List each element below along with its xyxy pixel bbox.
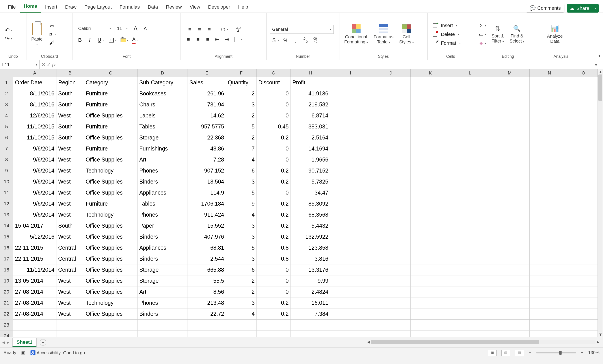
cell[interactable]: 9/6/2014: [13, 198, 57, 209]
autosum-button[interactable]: ▾: [477, 22, 487, 29]
formula-input[interactable]: [57, 60, 593, 69]
row-header-9[interactable]: 9: [0, 165, 13, 176]
cell[interactable]: 2: [226, 88, 257, 99]
cell[interactable]: 15.552: [188, 220, 226, 231]
cell[interactable]: [530, 176, 569, 187]
cell[interactable]: [450, 198, 490, 209]
number-format-select[interactable]: General▾: [270, 25, 334, 34]
cell[interactable]: 1.9656: [291, 154, 330, 165]
cell[interactable]: [450, 187, 490, 198]
cell[interactable]: 85.3092: [291, 198, 330, 209]
cell[interactable]: [330, 176, 371, 187]
cell[interactable]: [569, 143, 598, 154]
cell[interactable]: [330, 231, 371, 242]
cell[interactable]: [490, 220, 530, 231]
cell[interactable]: Furniture: [84, 198, 138, 209]
cell[interactable]: West: [57, 110, 84, 121]
cell[interactable]: 9/6/2014: [13, 154, 57, 165]
cell[interactable]: 0.2: [256, 220, 290, 231]
cell[interactable]: 665.88: [188, 264, 226, 275]
copy-button[interactable]: ▾: [46, 31, 57, 38]
cell[interactable]: [450, 220, 490, 231]
cell[interactable]: [490, 286, 530, 297]
font-color-button[interactable]: A▾: [131, 35, 139, 45]
cell[interactable]: [490, 110, 530, 121]
cell[interactable]: [530, 88, 569, 99]
cell[interactable]: West: [57, 187, 84, 198]
cell[interactable]: [138, 319, 188, 330]
cell[interactable]: 0: [256, 264, 290, 275]
cell[interactable]: 9: [226, 198, 257, 209]
collapse-ribbon-button[interactable]: ▾: [599, 54, 600, 58]
cell[interactable]: [569, 88, 598, 99]
row-header-22[interactable]: 22: [0, 308, 13, 319]
decrease-font-button[interactable]: [141, 25, 150, 32]
bottom-align-button[interactable]: [205, 25, 213, 33]
cell[interactable]: Art: [138, 286, 188, 297]
cell[interactable]: 4: [226, 308, 257, 319]
cell[interactable]: [450, 110, 490, 121]
cell[interactable]: [330, 154, 371, 165]
cell[interactable]: [530, 209, 569, 220]
cell[interactable]: [569, 242, 598, 253]
cell[interactable]: [330, 308, 371, 319]
cell[interactable]: [411, 198, 450, 209]
cell[interactable]: 22-11-2015: [13, 242, 57, 253]
cell[interactable]: Discount: [256, 77, 290, 88]
analyze-data-button[interactable]: AnalyzeData: [545, 23, 564, 46]
format-as-table-button[interactable]: Format asTable ▾: [372, 23, 395, 46]
row-header-10[interactable]: 10: [0, 176, 13, 187]
cell[interactable]: [411, 264, 450, 275]
cell[interactable]: South: [57, 132, 84, 143]
cell[interactable]: 957.5775: [188, 121, 226, 132]
cell[interactable]: 0.2: [256, 165, 290, 176]
cell[interactable]: [569, 198, 598, 209]
cell[interactable]: Paper: [138, 220, 188, 231]
cell[interactable]: -383.031: [291, 121, 330, 132]
cell[interactable]: [490, 275, 530, 286]
menu-tab-draw[interactable]: Draw: [61, 2, 81, 12]
cell[interactable]: [490, 143, 530, 154]
cell[interactable]: [530, 308, 569, 319]
add-sheet-button[interactable]: ＋: [40, 339, 46, 346]
cell[interactable]: Furnishings: [138, 143, 188, 154]
cell[interactable]: [411, 99, 450, 110]
cell[interactable]: 4: [226, 154, 257, 165]
italic-button[interactable]: [85, 36, 94, 44]
cell[interactable]: [411, 143, 450, 154]
cell[interactable]: [490, 264, 530, 275]
cell[interactable]: [530, 110, 569, 121]
cell[interactable]: [530, 121, 569, 132]
cell[interactable]: [330, 198, 371, 209]
column-header-J[interactable]: J: [371, 69, 411, 77]
cell[interactable]: West: [57, 308, 84, 319]
cell[interactable]: [490, 154, 530, 165]
cell[interactable]: 2: [226, 132, 257, 143]
cell[interactable]: [411, 297, 450, 308]
cell[interactable]: 132.5922: [291, 231, 330, 242]
cell[interactable]: Office Supplies: [84, 187, 138, 198]
cell[interactable]: West: [57, 176, 84, 187]
cell[interactable]: [411, 154, 450, 165]
cell[interactable]: [371, 187, 411, 198]
scroll-track[interactable]: [371, 340, 595, 344]
scroll-thumb[interactable]: [371, 340, 539, 344]
cell[interactable]: [530, 143, 569, 154]
cell[interactable]: [411, 110, 450, 121]
cell[interactable]: 219.582: [291, 99, 330, 110]
row-header-15[interactable]: 15: [0, 231, 13, 242]
cell[interactable]: 2: [226, 110, 257, 121]
cell[interactable]: 68.81: [188, 242, 226, 253]
cell[interactable]: Labels: [138, 110, 188, 121]
merge-center-button[interactable]: ▾: [233, 36, 244, 43]
column-header-L[interactable]: L: [450, 69, 490, 77]
find-select-button[interactable]: Find &Select ▾: [508, 24, 526, 45]
font-name-select[interactable]: Calibri▾: [76, 24, 113, 33]
cell[interactable]: [411, 187, 450, 198]
cell[interactable]: 0: [256, 143, 290, 154]
cell[interactable]: 11/10/2015: [13, 132, 57, 143]
redo-button[interactable]: ▾: [3, 35, 14, 42]
column-header-I[interactable]: I: [330, 69, 371, 77]
cell[interactable]: [330, 242, 371, 253]
conditional-formatting-button[interactable]: ConditionalFormatting ▾: [343, 23, 370, 46]
